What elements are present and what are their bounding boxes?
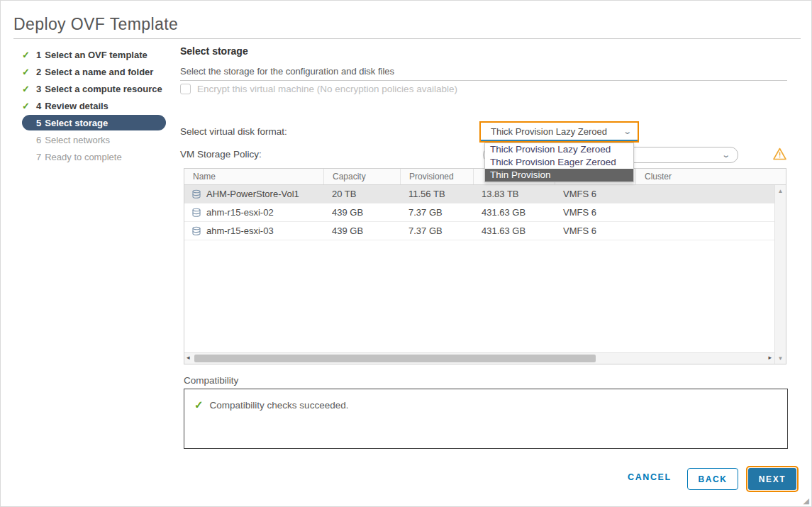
menu-item-thick-lazy[interactable]: Thick Provision Lazy Zeroed <box>485 143 633 156</box>
step-label: Select an OVF template <box>45 50 148 60</box>
encrypt-vm-checkbox[interactable] <box>180 84 191 94</box>
wizard-steps: ✓ 1 Select an OVF template ✓ 2 Select a … <box>22 46 171 165</box>
column-header-provisioned[interactable]: Provisioned <box>400 169 473 184</box>
step-number: 2 <box>36 67 41 77</box>
type-cell: VMFS 6 <box>555 204 635 221</box>
step-select-networks[interactable]: 6 Select networks <box>22 131 171 148</box>
datastore-icon <box>191 226 201 236</box>
cluster-cell <box>635 222 774 240</box>
table-row-ahm-powerstore-vol1[interactable]: AHM-PowerStore-Vol1 20 TB 11.56 TB 13.83… <box>184 185 774 204</box>
provisioned-cell: 7.37 GB <box>400 204 473 221</box>
checkmark-icon: ✓ <box>22 101 36 111</box>
disk-format-dropdown-menu: Thick Provision Lazy Zeroed Thick Provis… <box>484 143 634 182</box>
horizontal-scroll-thumb[interactable] <box>194 355 596 362</box>
table-row-ahm-r15-esxi-03[interactable]: ahm-r15-esxi-03 439 GB 7.37 GB 431.63 GB… <box>184 222 774 240</box>
menu-item-thick-eager[interactable]: Thick Provision Eager Zeroed <box>485 156 633 169</box>
cancel-button[interactable]: CANCEL <box>628 472 672 482</box>
capacity-cell: 20 TB <box>323 185 400 203</box>
step-select-name-folder[interactable]: ✓ 2 Select a name and folder <box>22 63 171 80</box>
section-subheading: Select the storage for the configuration… <box>180 66 394 77</box>
section-heading: Select storage <box>180 45 248 57</box>
free-cell: 431.63 GB <box>473 204 555 221</box>
step-review-details[interactable]: ✓ 4 Review details <box>22 97 171 114</box>
table-row-ahm-r15-esxi-02[interactable]: ahm-r15-esxi-02 439 GB 7.37 GB 431.63 GB… <box>184 204 774 222</box>
datastore-table: Name Capacity Provisioned Cluster AHM-Po… <box>184 168 786 364</box>
storage-policy-label: VM Storage Policy: <box>180 149 262 160</box>
next-button[interactable]: NEXT <box>748 468 796 490</box>
horizontal-scrollbar[interactable]: ◂ ▸ <box>184 352 774 364</box>
step-label: Select storage <box>45 118 108 128</box>
step-select-ovf-template[interactable]: ✓ 1 Select an OVF template <box>22 46 171 63</box>
cluster-cell <box>635 204 774 221</box>
menu-item-thin-provision[interactable]: Thin Provision <box>485 169 633 182</box>
step-number: 6 <box>36 135 41 145</box>
page-title: Deploy OVF Template <box>13 15 178 34</box>
encrypt-vm-row: Encrypt this virtual machine (No encrypt… <box>180 82 457 96</box>
step-label: Select a compute resource <box>45 84 162 94</box>
column-header-cluster[interactable]: Cluster <box>635 169 786 184</box>
step-number: 5 <box>36 118 41 128</box>
step-number: 7 <box>36 152 41 162</box>
back-button[interactable]: BACK <box>687 468 738 490</box>
step-label: Review details <box>45 101 109 111</box>
checkmark-icon: ✓ <box>22 84 36 94</box>
column-header-capacity[interactable]: Capacity <box>323 169 400 184</box>
column-header-name[interactable]: Name <box>184 169 323 184</box>
next-button-highlight: NEXT <box>746 466 799 492</box>
section-divider <box>180 80 787 81</box>
compatibility-label: Compatibility <box>184 375 238 386</box>
scroll-down-arrow-icon[interactable]: ▼ <box>775 355 786 362</box>
compatibility-message: Compatibility checks succeeded. <box>210 400 349 411</box>
checkmark-icon: ✓ <box>22 67 36 77</box>
scroll-right-arrow-icon[interactable]: ▸ <box>768 354 772 361</box>
chevron-down-icon: ⌄ <box>623 127 632 136</box>
step-select-storage-active[interactable]: 5 Select storage <box>22 115 166 130</box>
step-select-compute-resource[interactable]: ✓ 3 Select a compute resource <box>22 80 171 97</box>
disk-format-label: Select virtual disk format: <box>180 126 287 137</box>
datastore-name: AHM-PowerStore-Vol1 <box>206 185 299 203</box>
step-number: 1 <box>36 50 41 60</box>
cluster-cell <box>635 185 774 203</box>
disk-format-selected-value: Thick Provision Lazy Zeroed <box>491 126 624 137</box>
type-cell: VMFS 6 <box>555 222 635 240</box>
checkmark-icon: ✓ <box>194 399 204 411</box>
datastore-table-body: AHM-PowerStore-Vol1 20 TB 11.56 TB 13.83… <box>184 185 774 352</box>
resize-grip-icon[interactable]: ◢ <box>803 496 809 506</box>
encrypt-vm-label: Encrypt this virtual machine (No encrypt… <box>197 84 457 94</box>
step-number: 3 <box>36 84 41 94</box>
chevron-down-icon: ⌄ <box>721 150 730 160</box>
compatibility-panel: ✓ Compatibility checks succeeded. <box>184 389 788 449</box>
title-divider <box>13 38 801 39</box>
free-cell: 431.63 GB <box>473 222 555 240</box>
type-cell: VMFS 6 <box>555 185 635 203</box>
checkmark-icon: ✓ <box>22 50 36 60</box>
warning-triangle-icon <box>772 147 787 161</box>
step-label: Select a name and folder <box>45 67 153 77</box>
step-number: 4 <box>36 101 41 111</box>
free-cell: 13.83 TB <box>473 185 555 203</box>
step-label: Ready to complete <box>45 152 121 162</box>
scroll-up-arrow-icon[interactable]: ▲ <box>775 188 786 194</box>
capacity-cell: 439 GB <box>323 222 400 240</box>
vertical-scrollbar[interactable]: ▲ ▼ <box>774 185 786 364</box>
provisioned-cell: 11.56 TB <box>400 185 473 203</box>
step-label: Select networks <box>45 135 110 145</box>
datastore-icon <box>191 189 201 199</box>
scroll-left-arrow-icon[interactable]: ◂ <box>187 354 190 361</box>
datastore-name: ahm-r15-esxi-03 <box>206 222 274 240</box>
capacity-cell: 439 GB <box>323 204 400 221</box>
disk-format-select[interactable]: Thick Provision Lazy Zeroed ⌄ <box>479 121 639 143</box>
datastore-icon <box>191 208 201 218</box>
datastore-name: ahm-r15-esxi-02 <box>206 204 274 221</box>
step-ready-to-complete[interactable]: 7 Ready to complete <box>22 148 171 165</box>
deploy-ovf-template-dialog: Deploy OVF Template ✓ 1 Select an OVF te… <box>0 0 812 507</box>
provisioned-cell: 7.37 GB <box>400 222 473 240</box>
